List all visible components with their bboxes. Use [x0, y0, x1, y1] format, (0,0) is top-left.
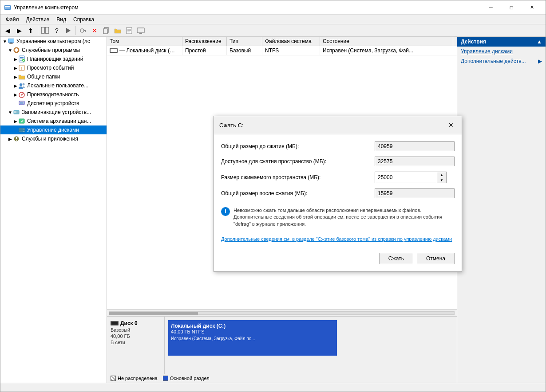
icon-devices: [18, 100, 25, 107]
scrollbar-thumb[interactable]: [109, 312, 198, 315]
tree-label-root: Управление компьютером (лс: [16, 38, 90, 44]
dialog-confirm-button[interactable]: Сжать: [379, 253, 413, 264]
dialog-input-0[interactable]: [375, 141, 455, 151]
dialog-row-2: Размер сжимаемого пространства (МБ): ▲ ▼: [221, 172, 455, 183]
monitor-button[interactable]: [135, 25, 146, 36]
toolbar: ◀ ▶ ⬆ ? ✕: [0, 24, 546, 37]
tree-label-folders: Общие папки: [27, 74, 60, 80]
svg-point-45: [24, 129, 24, 129]
tree-item-tasks[interactable]: ▶ Планировщик заданий: [0, 55, 107, 63]
svg-rect-2: [5, 7, 10, 9]
spinner-down-button[interactable]: ▼: [437, 177, 446, 183]
separator-1: [38, 26, 38, 35]
legend-unallocated-label: Не распределена: [118, 376, 158, 381]
table-row[interactable]: — Локальный диск (… Простой Базовый NTFS…: [107, 46, 457, 55]
icon-users: [18, 82, 25, 89]
delete-button[interactable]: ✕: [89, 25, 100, 36]
dialog-value-3: [375, 188, 455, 198]
up-button[interactable]: ⬆: [25, 25, 36, 36]
window-title: Управление компьютером: [14, 4, 481, 11]
actions-collapse-icon[interactable]: ▲: [537, 39, 542, 45]
svg-marker-5: [66, 28, 71, 33]
svg-rect-20: [9, 43, 13, 44]
dialog-spinner-input[interactable]: [375, 172, 437, 183]
table-scrollbar[interactable]: [107, 309, 457, 316]
dialog-label-2: Размер сжимаемого пространства (МБ):: [221, 174, 375, 180]
legend-primary-icon: [163, 376, 168, 381]
tree-item-folders[interactable]: ▶ Общие папки: [0, 72, 107, 81]
svg-rect-4: [45, 27, 49, 33]
dialog-link[interactable]: Дополнительные сведения см. в разделе "С…: [221, 236, 455, 242]
menu-bar: Файл Действие Вид Справка: [0, 15, 546, 24]
info-icon: i: [221, 207, 230, 216]
tree-item-devices[interactable]: Диспетчер устройств: [0, 99, 107, 108]
svg-point-34: [23, 83, 25, 86]
menu-help[interactable]: Справка: [70, 16, 98, 24]
copy-button[interactable]: [101, 25, 111, 36]
key-button[interactable]: [78, 25, 88, 36]
actions-more[interactable]: Дополнительные действ... ▶: [457, 56, 546, 66]
dialog-input-3[interactable]: [375, 188, 455, 198]
scrollbar-track[interactable]: [109, 311, 455, 315]
col-header-status[interactable]: Состояние: [320, 37, 453, 46]
icon-diskmgmt: [18, 126, 25, 133]
dialog-row-1: Доступное для сжатия пространство (МБ):: [221, 157, 455, 166]
run-button[interactable]: [63, 25, 74, 36]
tree-label-users: Локальные пользовате...: [27, 82, 88, 89]
col-header-pos[interactable]: Расположение: [182, 37, 227, 46]
tree-item-services[interactable]: ▶ Службы и приложения: [0, 134, 107, 143]
svg-text:!: !: [21, 66, 23, 71]
help-button[interactable]: ?: [51, 25, 62, 36]
tree-item-root[interactable]: ▼ Управление компьютером (лс: [0, 37, 107, 46]
icon-services: [13, 135, 20, 142]
icon-backup: [18, 118, 25, 125]
note-button[interactable]: [124, 25, 135, 36]
actions-header: Действия ▲: [457, 37, 546, 47]
actions-panel: Действия ▲ Управление дисками Дополнител…: [457, 37, 546, 383]
tree-label-events: Просмотр событий: [27, 65, 74, 71]
col-header-fs[interactable]: Файловая система: [262, 37, 320, 46]
window-icon: [4, 4, 11, 11]
folder-button[interactable]: [112, 25, 123, 36]
spinner-up-button[interactable]: ▲: [437, 172, 446, 177]
cell-pos: Простой: [182, 46, 227, 55]
dialog-input-1[interactable]: [375, 157, 455, 166]
tree-item-diskmgmt[interactable]: Управление дисками: [0, 125, 107, 134]
svg-rect-42: [19, 119, 24, 123]
svg-point-6: [80, 29, 84, 32]
partition-c[interactable]: Локальный диск (C:) 40,00 ГБ NTFS Исправ…: [168, 320, 337, 356]
maximize-button[interactable]: □: [501, 0, 522, 15]
menu-action[interactable]: Действие: [23, 16, 53, 24]
tree-item-events[interactable]: ▶ ! Просмотр событий: [0, 63, 107, 72]
arrow-service: ▼: [8, 48, 13, 53]
cell-status: Исправен (Система, Загрузка, Фай...: [320, 46, 453, 55]
cell-tip: Базовый: [227, 46, 262, 55]
disk-label: Диск 0: [111, 320, 161, 326]
disk-partitions: Локальный диск (C:) 40,00 ГБ NTFS Исправ…: [165, 317, 457, 374]
actions-panel-title[interactable]: Управление дисками: [457, 47, 546, 56]
svg-rect-7: [83, 30, 86, 31]
back-button[interactable]: ◀: [2, 25, 13, 36]
tree-item-backup[interactable]: ▶ Система архивации дан...: [0, 117, 107, 125]
disk-size: 40,00 ГБ: [111, 333, 161, 339]
tree-label-diskmgmt: Управление дисками: [27, 127, 79, 133]
tree-item-service[interactable]: ▼ Служебные программы: [0, 46, 107, 55]
col-header-tom[interactable]: Том: [107, 37, 182, 46]
tree-item-users[interactable]: ▶ Локальные пользовате...: [0, 81, 107, 90]
dialog-value-2: ▲ ▼: [375, 172, 455, 183]
arrow-root: ▼: [2, 39, 8, 44]
tree-item-storage[interactable]: ▼ Запоминающие устройств...: [0, 108, 107, 117]
close-button[interactable]: ✕: [522, 0, 542, 15]
tree-label-service: Служебные программы: [22, 47, 80, 53]
dialog-close-button[interactable]: ✕: [446, 120, 456, 130]
dialog-label-3: Общий размер после сжатия (МБ):: [221, 190, 375, 196]
dialog-cancel-button[interactable]: Отмена: [417, 253, 455, 264]
svg-rect-15: [137, 28, 144, 33]
menu-file[interactable]: Файл: [2, 16, 23, 24]
forward-button[interactable]: ▶: [14, 25, 24, 36]
tree-item-perf[interactable]: ▶ Производительность: [0, 90, 107, 99]
minimize-button[interactable]: ─: [481, 0, 501, 15]
col-header-tip[interactable]: Тип: [227, 37, 262, 46]
show-hide-button[interactable]: [40, 25, 51, 36]
menu-view[interactable]: Вид: [53, 16, 70, 24]
